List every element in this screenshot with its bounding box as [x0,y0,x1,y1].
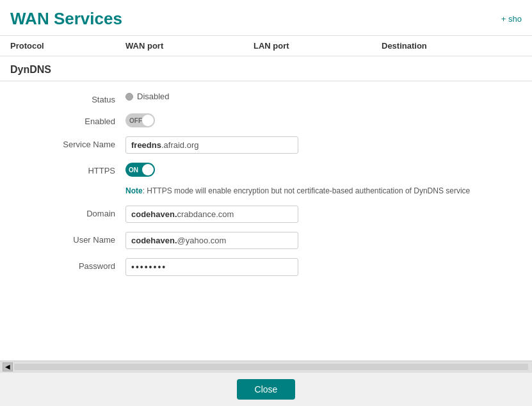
username-label: User Name [10,232,125,245]
scroll-track[interactable] [14,364,528,370]
domain-row: Domain codehaven.crabdance.com [10,206,522,223]
enabled-label: Enabled [10,113,125,126]
note-label: Note [125,186,143,195]
service-name-field-container[interactable]: freedns.afraid.org [125,136,298,154]
service-name-control: freedns.afraid.org [125,136,522,154]
status-indicator-icon [125,93,133,101]
show-link[interactable]: + sho [501,14,522,24]
domain-bold: codehaven. [131,209,177,219]
toggle-knob [142,115,154,126]
toggle-off-label: OFF [129,117,142,124]
note-row: Note: HTTPS mode will enable encryption … [10,186,522,197]
service-name-bold: freedns [131,140,161,150]
note-control: Note: HTTPS mode will enable encryption … [125,186,522,197]
col-lan-port: LAN port [254,41,382,51]
password-control: •••••••• [125,258,522,276]
domain-rest: crabdance.com [177,209,234,219]
col-wan-port: WAN port [125,41,254,51]
username-rest: @yahoo.com [177,236,227,245]
enabled-control: OFF [125,113,522,127]
https-toggle[interactable]: ON [125,163,155,177]
enabled-toggle[interactable]: OFF [125,113,155,127]
col-protocol: Protocol [10,41,125,51]
password-row: Password •••••••• [10,258,522,276]
password-field-container[interactable]: •••••••• [125,258,298,276]
horizontal-scrollbar[interactable]: ◀ [0,361,532,372]
toggle-on-label: ON [129,166,138,174]
password-label: Password [10,258,125,271]
table-header-row: Protocol WAN port LAN port Destination [0,36,532,56]
scroll-left-button[interactable]: ◀ [3,362,13,371]
service-name-rest: .afraid.org [161,140,199,150]
password-value: •••••••• [131,262,166,272]
status-row: Status Disabled [10,92,522,104]
status-value: Disabled [137,92,170,101]
page-header: WAN Services + sho [0,0,532,36]
domain-field-container[interactable]: codehaven.crabdance.com [125,206,298,223]
page-title: WAN Services [10,9,122,29]
username-field-container[interactable]: codehaven.@yahoo.com [125,232,298,249]
form-area: Status Disabled Enabled OFF Service Name… [0,81,532,361]
domain-control: codehaven.crabdance.com [125,206,522,223]
service-name-row: Service Name freedns.afraid.org [10,136,522,154]
domain-label: Domain [10,206,125,218]
service-name-label: Service Name [10,136,125,149]
status-label: Status [10,92,125,104]
username-row: User Name codehaven.@yahoo.com [10,232,522,249]
toggle-knob-on [142,164,154,175]
col-destination: Destination [382,41,522,51]
note-content: Note: HTTPS mode will enable encryption … [125,186,470,197]
enabled-row: Enabled OFF [10,113,522,127]
section-title: DynDNS [0,56,532,81]
close-button[interactable]: Close [237,379,296,400]
username-bold: codehaven. [131,236,177,245]
username-control: codehaven.@yahoo.com [125,232,522,249]
status-control: Disabled [125,92,522,101]
footer: Close [0,372,532,406]
https-row: HTTPS ON [10,163,522,177]
note-text: : HTTPS mode will enable encryption but … [143,186,471,195]
https-label: HTTPS [10,163,125,175]
note-empty-label [10,186,125,189]
https-control: ON [125,163,522,177]
